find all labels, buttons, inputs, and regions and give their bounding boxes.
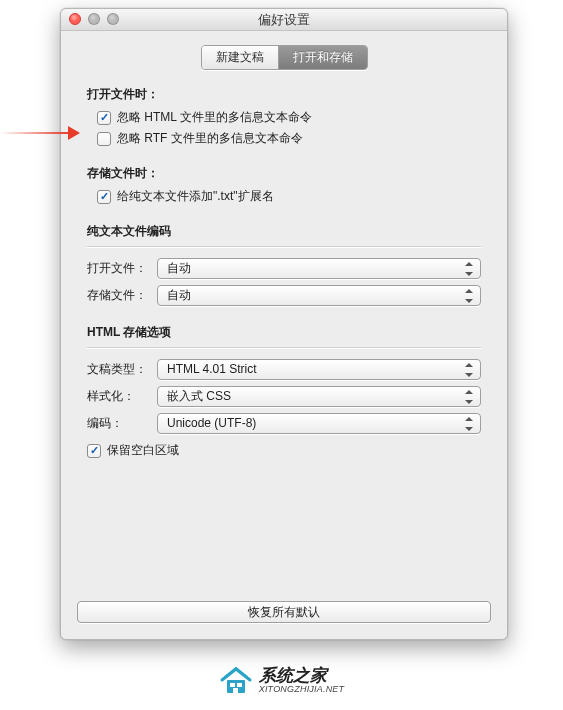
save-encoding-value: 自动 <box>167 288 191 302</box>
html-save-group: HTML 存储选项 文稿类型： HTML 4.01 Strict 样式化： 嵌入… <box>87 324 481 459</box>
updown-arrows-icon <box>465 262 473 276</box>
html-save-title: HTML 存储选项 <box>87 324 481 341</box>
styling-value: 嵌入式 CSS <box>167 389 231 403</box>
plaintext-encoding-group: 纯文本文件编码 打开文件： 自动 存储文件： 自动 <box>87 223 481 306</box>
watermark-cn: 系统之家 <box>259 667 345 685</box>
open-encoding-label: 打开文件： <box>87 260 157 277</box>
ignore-html-label: 忽略 HTML 文件里的多信息文本命令 <box>117 109 312 126</box>
pointer-arrow <box>0 126 80 140</box>
svg-rect-1 <box>230 683 235 687</box>
html-encoding-select[interactable]: Unicode (UTF-8) <box>157 413 481 434</box>
watermark: 系统之家 XITONGZHIJIA.NET <box>0 666 563 696</box>
watermark-en: XITONGZHIJIA.NET <box>259 685 345 694</box>
styling-label: 样式化： <box>87 388 157 405</box>
open-files-group: 打开文件时： 忽略 HTML 文件里的多信息文本命令 忽略 RTF 文件里的多信… <box>87 86 481 147</box>
updown-arrows-icon <box>465 417 473 431</box>
plaintext-encoding-title: 纯文本文件编码 <box>87 223 481 240</box>
open-encoding-value: 自动 <box>167 261 191 275</box>
html-encoding-value: Unicode (UTF-8) <box>167 416 256 430</box>
styling-select[interactable]: 嵌入式 CSS <box>157 386 481 407</box>
add-txt-ext-label: 给纯文本文件添加".txt"扩展名 <box>117 188 274 205</box>
updown-arrows-icon <box>465 363 473 377</box>
divider <box>87 347 481 349</box>
restore-defaults-button[interactable]: 恢复所有默认 <box>77 601 491 623</box>
tab-new-document[interactable]: 新建文稿 <box>202 46 279 69</box>
svg-rect-2 <box>237 683 242 687</box>
ignore-html-checkbox[interactable] <box>97 111 111 125</box>
tab-control: 新建文稿 打开和存储 <box>201 45 368 70</box>
doctype-label: 文稿类型： <box>87 361 157 378</box>
open-encoding-select[interactable]: 自动 <box>157 258 481 279</box>
house-icon <box>219 666 253 696</box>
preserve-whitespace-label: 保留空白区域 <box>107 442 179 459</box>
open-files-title: 打开文件时： <box>87 86 481 103</box>
add-txt-ext-checkbox[interactable] <box>97 190 111 204</box>
minimize-button[interactable] <box>88 13 100 25</box>
zoom-button[interactable] <box>107 13 119 25</box>
save-files-title: 存储文件时： <box>87 165 481 182</box>
divider <box>87 246 481 248</box>
save-encoding-label: 存储文件： <box>87 287 157 304</box>
close-button[interactable] <box>69 13 81 25</box>
ignore-rtf-checkbox[interactable] <box>97 132 111 146</box>
updown-arrows-icon <box>465 289 473 303</box>
doctype-select[interactable]: HTML 4.01 Strict <box>157 359 481 380</box>
window-title: 偏好设置 <box>258 12 310 27</box>
html-encoding-label: 编码： <box>87 415 157 432</box>
updown-arrows-icon <box>465 390 473 404</box>
doctype-value: HTML 4.01 Strict <box>167 362 257 376</box>
save-files-group: 存储文件时： 给纯文本文件添加".txt"扩展名 <box>87 165 481 205</box>
save-encoding-select[interactable]: 自动 <box>157 285 481 306</box>
preferences-window: 偏好设置 新建文稿 打开和存储 打开文件时： 忽略 HTML 文件里的多信息文本… <box>60 8 508 640</box>
traffic-lights <box>69 13 119 25</box>
tab-open-and-save[interactable]: 打开和存储 <box>279 46 367 69</box>
preserve-whitespace-checkbox[interactable] <box>87 444 101 458</box>
window-titlebar: 偏好设置 <box>61 9 507 31</box>
svg-rect-3 <box>233 688 238 693</box>
ignore-rtf-label: 忽略 RTF 文件里的多信息文本命令 <box>117 130 303 147</box>
